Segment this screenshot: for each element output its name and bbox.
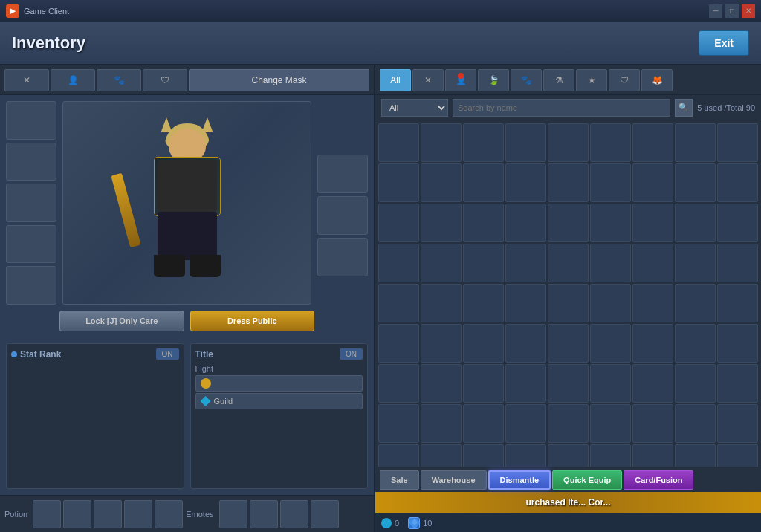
item-slot[interactable] — [421, 123, 462, 162]
minimize-button[interactable]: ─ — [709, 4, 722, 18]
item-slot[interactable] — [463, 204, 504, 242]
eq-slot-5[interactable] — [6, 266, 56, 305]
item-slot[interactable] — [717, 404, 758, 443]
item-slot[interactable] — [378, 163, 419, 202]
item-slot[interactable] — [590, 244, 631, 282]
item-slot[interactable] — [378, 444, 419, 467]
item-slot[interactable] — [717, 444, 758, 467]
item-slot[interactable] — [590, 444, 631, 467]
eq-slot-1[interactable] — [6, 101, 56, 140]
maximize-button[interactable]: □ — [725, 4, 739, 18]
item-slot[interactable] — [548, 284, 589, 322]
item-slot[interactable] — [421, 444, 462, 467]
stat-rank-toggle[interactable]: ON — [156, 348, 179, 360]
potion-slot-2[interactable] — [63, 500, 91, 528]
item-slot[interactable] — [548, 364, 589, 403]
item-slot[interactable] — [463, 284, 504, 322]
guild-item[interactable]: Guild — [195, 393, 363, 409]
item-slot[interactable] — [675, 204, 716, 242]
tab-flask[interactable]: ⚗ — [543, 69, 574, 91]
item-slot[interactable] — [717, 163, 758, 202]
item-slot[interactable] — [717, 324, 758, 363]
item-slot[interactable] — [548, 204, 589, 242]
tab-shield[interactable]: 🛡 — [143, 69, 187, 91]
item-slot[interactable] — [463, 244, 504, 282]
item-slot[interactable] — [548, 404, 589, 443]
item-slot[interactable] — [548, 244, 589, 282]
item-slot[interactable] — [505, 204, 546, 242]
item-slot[interactable] — [590, 123, 631, 162]
item-slot[interactable] — [505, 324, 546, 363]
tab-animal[interactable]: 🦊 — [641, 69, 673, 91]
dress-public-button[interactable]: Dress Public — [190, 311, 315, 331]
change-mask-button[interactable]: Change Mask — [189, 69, 369, 91]
item-slot[interactable] — [675, 123, 716, 162]
item-slot[interactable] — [590, 284, 631, 322]
tab-paw[interactable]: 🐾 — [97, 69, 141, 91]
item-slot[interactable] — [632, 163, 673, 202]
tab-leaf[interactable]: 🍃 — [478, 69, 509, 91]
item-slot[interactable] — [632, 364, 673, 403]
tab-star[interactable]: ★ — [576, 69, 607, 91]
item-slot[interactable] — [717, 244, 758, 282]
item-slot[interactable] — [548, 163, 589, 202]
item-slot[interactable] — [378, 324, 419, 363]
item-slot[interactable] — [378, 244, 419, 282]
item-slot[interactable] — [717, 284, 758, 322]
item-slot[interactable] — [421, 364, 462, 403]
title-toggle[interactable]: ON — [340, 348, 363, 360]
search-input[interactable] — [453, 99, 670, 117]
item-slot[interactable] — [505, 364, 546, 403]
close-button[interactable]: ✕ — [742, 4, 755, 18]
item-slot[interactable] — [632, 444, 673, 467]
item-slot[interactable] — [548, 324, 589, 363]
eq-slot-r2[interactable] — [317, 196, 368, 235]
emote-slot-4[interactable] — [311, 500, 339, 528]
item-slot[interactable] — [632, 204, 673, 242]
item-slot[interactable] — [632, 284, 673, 322]
tab-mask[interactable]: 👤 — [51, 69, 95, 91]
item-slot[interactable] — [463, 364, 504, 403]
sale-button[interactable]: Sale — [380, 470, 419, 490]
item-slot[interactable] — [463, 404, 504, 443]
item-slot[interactable] — [590, 404, 631, 443]
card-fusion-button[interactable]: Card/Fusion — [624, 470, 693, 490]
item-slot[interactable] — [632, 324, 673, 363]
lock-care-button[interactable]: Lock [J] Only Care — [59, 311, 184, 331]
item-slot[interactable] — [675, 364, 716, 403]
tab-x[interactable]: ✕ — [412, 69, 444, 91]
item-slot[interactable] — [590, 163, 631, 202]
item-slot[interactable] — [421, 244, 462, 282]
item-slot[interactable] — [378, 204, 419, 242]
item-slot[interactable] — [675, 444, 716, 467]
item-slot[interactable] — [590, 324, 631, 363]
eq-slot-4[interactable] — [6, 225, 56, 264]
item-slot[interactable] — [421, 284, 462, 322]
item-slot[interactable] — [717, 204, 758, 242]
eq-slot-r1[interactable] — [317, 155, 368, 193]
tab-shield-right[interactable]: 🛡 — [609, 69, 640, 91]
item-slot[interactable] — [505, 284, 546, 322]
item-slot[interactable] — [675, 284, 716, 322]
item-slot[interactable] — [548, 123, 589, 162]
potion-slot-4[interactable] — [124, 500, 152, 528]
item-slot[interactable] — [378, 284, 419, 322]
item-slot[interactable] — [378, 123, 419, 162]
item-slot[interactable] — [717, 123, 758, 162]
item-slot[interactable] — [421, 404, 462, 443]
eq-slot-r3[interactable] — [317, 238, 368, 276]
item-slot[interactable] — [548, 444, 589, 467]
item-slot[interactable] — [590, 204, 631, 242]
item-slot[interactable] — [675, 404, 716, 443]
quick-equip-button[interactable]: Quick Equip — [552, 470, 622, 490]
item-slot[interactable] — [505, 404, 546, 443]
search-button[interactable]: 🔍 — [675, 99, 693, 117]
exit-button[interactable]: Exit — [699, 30, 749, 56]
item-slot[interactable] — [378, 364, 419, 403]
item-slot[interactable] — [378, 404, 419, 443]
item-slot[interactable] — [505, 244, 546, 282]
fight-item[interactable] — [195, 375, 363, 392]
warehouse-button[interactable]: Warehouse — [421, 470, 487, 490]
emote-slot-2[interactable] — [250, 500, 278, 528]
emote-slot-3[interactable] — [280, 500, 308, 528]
